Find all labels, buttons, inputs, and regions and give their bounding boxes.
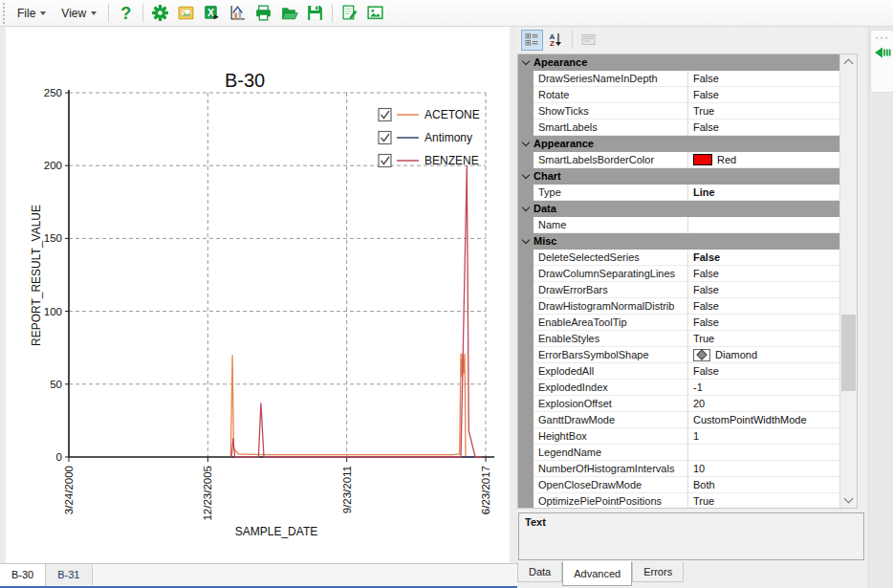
property-row-EnableAreaToolTip[interactable]: EnableAreaToolTipFalse [518,315,842,331]
tab-data[interactable]: Data [517,562,562,582]
report-edit-button[interactable] [338,1,361,25]
property-row-NumberOfHistogramIntervals[interactable]: NumberOfHistogramIntervals10 [518,461,842,477]
property-value-text: 20 [693,396,705,411]
print-button[interactable] [251,1,275,25]
collapse-chevron-icon[interactable] [518,201,534,217]
scroll-down-button[interactable] [840,492,857,508]
property-value-text: Diamond [715,347,757,362]
chart-button[interactable] [226,1,250,25]
help-button[interactable]: ? [114,1,138,25]
row-margin [518,266,534,282]
collapse-left-arrow-icon[interactable] [873,44,892,61]
property-value-text: True [693,331,714,346]
save-button[interactable] [303,1,327,25]
tab-errors[interactable]: Errors [632,562,684,582]
property-row-Type[interactable]: TypeLine [518,185,842,201]
property-value[interactable]: False [687,363,842,380]
tab-b31[interactable]: B-31 [46,564,92,585]
property-value[interactable]: False [687,266,842,282]
property-row-DrawHistogramNormalDistrib[interactable]: DrawHistogramNormalDistribFalse [518,298,842,315]
property-row-ExplodedAll[interactable]: ExplodedAllFalse [518,363,842,380]
property-value[interactable] [687,445,842,461]
property-value[interactable]: False [687,87,842,103]
toolbar-grip[interactable] [2,3,7,24]
image-export-button[interactable] [363,1,387,25]
alphabetical-sort-button[interactable]: A Z [545,30,567,51]
property-row-DrawErrorBars[interactable]: DrawErrorBarsFalse [518,282,842,298]
property-value[interactable]: Both [687,477,842,493]
excel-export-button[interactable]: X [200,1,224,25]
property-value[interactable]: False [687,120,842,136]
property-row-LegendName[interactable]: LegendName [518,445,842,461]
property-description-box: Text [518,512,864,560]
legend-label[interactable]: BENZENE [425,154,479,167]
property-value[interactable]: True [687,493,842,509]
property-value[interactable]: False [687,250,842,266]
tab-advanced[interactable]: Advanced [562,561,632,586]
property-row-SmartLabelsBorderColor[interactable]: SmartLabelsBorderColorRed [518,152,842,168]
scroll-up-button[interactable] [840,54,857,70]
property-value-text: False [693,266,719,281]
toolbar-separator [142,4,143,22]
property-row-SmartLabels[interactable]: SmartLabelsFalse [518,120,842,136]
property-value[interactable]: CustomPointWidthMode [687,412,842,428]
open-button[interactable] [277,1,301,25]
property-value[interactable]: 20 [687,396,842,412]
property-value[interactable]: False [687,298,842,315]
property-value[interactable]: -1 [687,380,842,396]
property-row-ExplosionOffset[interactable]: ExplosionOffset20 [518,396,842,412]
chart-canvas[interactable]: 0501001502002503/24/200012/23/20059/23/2… [6,27,510,563]
property-row-EnableStyles[interactable]: EnableStylesTrue [518,331,842,347]
collapse-chevron-icon[interactable] [518,54,534,71]
category-row-Misc[interactable]: Misc [518,233,842,250]
legend-label[interactable]: Antimony [425,131,472,144]
property-value[interactable]: False [687,315,842,331]
property-grid-scrollbar[interactable] [839,54,857,508]
diamond-icon [693,349,710,361]
property-row-OpenCloseDrawMode[interactable]: OpenCloseDrawModeBoth [518,477,842,493]
slide-picture-button[interactable] [174,1,198,25]
category-row-Chart[interactable]: Chart [518,168,842,185]
property-value[interactable] [687,217,842,233]
property-row-DrawSeriesNameInDepth[interactable]: DrawSeriesNameInDepthFalse [518,71,842,87]
legend-checkbox-BENZENE[interactable] [379,155,391,167]
property-row-HeightBox[interactable]: HeightBox1 [518,428,842,445]
categorized-view-button[interactable] [521,30,543,51]
property-row-Name[interactable]: Name [518,217,842,233]
property-row-Rotate[interactable]: RotateFalse [518,87,842,103]
view-menu[interactable]: View [54,2,103,25]
legend-label[interactable]: ACETONE [425,108,480,121]
property-row-ShowTicks[interactable]: ShowTicksTrue [518,103,842,120]
property-value[interactable]: True [687,331,842,347]
property-value[interactable]: True [687,103,842,120]
property-row-OptimizePiePointPositions[interactable]: OptimizePiePointPositionsTrue [518,493,842,509]
legend-checkbox-Antimony[interactable] [379,132,391,144]
property-row-DeleteSelectedSeries[interactable]: DeleteSelectedSeriesFalse [518,250,842,266]
property-pages-button[interactable] [577,30,599,51]
settings-button[interactable] [148,1,172,25]
legend-checkbox-ACETONE[interactable] [379,109,391,121]
file-menu[interactable]: File [11,2,53,25]
more-options-icon[interactable]: ··· [875,31,889,44]
property-value[interactable]: False [687,282,842,298]
property-row-GanttDrawMode[interactable]: GanttDrawModeCustomPointWidthMode [518,412,842,428]
collapse-strip-box: ··· [870,30,893,93]
property-value-text: -1 [693,380,703,395]
collapse-chevron-icon[interactable] [518,136,534,152]
property-row-ErrorBarsSymbolShape[interactable]: ErrorBarsSymbolShapeDiamond [518,347,842,363]
category-row-Appearance[interactable]: Appearance [518,136,842,152]
collapse-chevron-icon[interactable] [518,233,534,250]
scrollbar-thumb[interactable] [841,315,856,391]
property-value[interactable]: 10 [687,461,842,477]
property-value[interactable]: Diamond [687,347,842,363]
property-value[interactable]: Red [687,152,842,168]
property-row-ExplodedIndex[interactable]: ExplodedIndex-1 [518,380,842,396]
property-row-DrawColumnSeparatingLines[interactable]: DrawColumnSeparatingLinesFalse [518,266,842,282]
property-value[interactable]: False [687,71,842,87]
property-value[interactable]: Line [687,185,842,201]
tab-b30[interactable]: B-30 [0,564,46,586]
collapse-chevron-icon[interactable] [518,168,534,185]
category-row-Data[interactable]: Data [518,201,842,217]
property-value[interactable]: 1 [687,428,842,445]
category-row-Apearance[interactable]: Apearance [518,54,842,71]
